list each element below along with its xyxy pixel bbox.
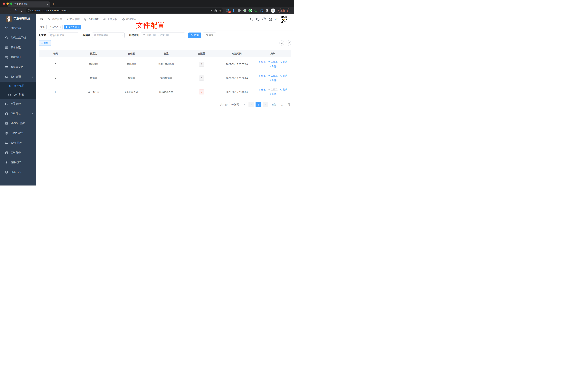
avatar[interactable]: [281, 16, 288, 23]
sidebar-item-form-builder[interactable]: 表单构建: [0, 43, 36, 52]
sidebar-item-system-api[interactable]: 系统接口: [0, 52, 36, 62]
goto-page-input[interactable]: [278, 102, 286, 107]
cell-name: S3 - 七牛云: [73, 90, 115, 94]
sidebar-item-scheduled-tasks[interactable]: 定时任务: [0, 148, 36, 158]
sidebar-item-code-example[interactable]: 代码生成示例: [0, 33, 36, 43]
extension-gem-icon[interactable]: [232, 9, 235, 12]
reload-icon[interactable]: ↻: [13, 8, 18, 13]
search-icon[interactable]: [250, 18, 253, 21]
sidebar-item-label: 文件配置: [14, 84, 24, 88]
extension-y-icon[interactable]: y: [249, 9, 252, 12]
sidebar-item-code-gen[interactable]: </> 代码生成: [0, 23, 36, 33]
nav-payment-management[interactable]: ¥ 支付管理: [64, 14, 82, 24]
page-1-button[interactable]: 1: [255, 102, 261, 107]
window-controls[interactable]: [3, 2, 12, 5]
browser-tab[interactable]: 芋道管理系统 ✕: [8, 1, 50, 7]
avatar-caret-icon[interactable]: ▾: [290, 18, 292, 21]
close-icon[interactable]: ×: [78, 26, 79, 28]
profile-avatar-icon[interactable]: ☺: [271, 9, 275, 13]
nav-statistics[interactable]: 统计报表: [120, 14, 139, 24]
close-window-icon[interactable]: [3, 2, 5, 5]
edit-link[interactable]: 修改: [258, 88, 266, 91]
bookmark-star-icon[interactable]: ☆: [219, 9, 221, 12]
date-range-picker[interactable]: 开始日期 - 结束日期: [141, 32, 185, 38]
set-master-link[interactable]: 主配置: [268, 60, 278, 64]
minimize-window-icon[interactable]: [7, 2, 9, 5]
back-icon[interactable]: ←: [2, 8, 7, 13]
sidebar-item-redis-monitor[interactable]: Redis 监控: [0, 128, 36, 138]
delete-link[interactable]: 删除: [269, 79, 276, 82]
app-logo[interactable]: 芋道管理系统: [0, 14, 36, 23]
new-tab-icon[interactable]: +: [52, 2, 54, 6]
storage-placeholder: 请选择存储器: [94, 34, 108, 37]
next-page-button[interactable]: ›: [262, 102, 268, 107]
tab-title: 芋道管理系统: [14, 3, 45, 6]
extension-puzzle-icon[interactable]: [265, 9, 269, 12]
sidebar-item-mysql-monitor[interactable]: MySQL 监控: [0, 118, 36, 128]
sidebar-item-java-monitor[interactable]: Java 监控: [0, 138, 36, 148]
nav-infrastructure[interactable]: 基础设施: [82, 14, 101, 24]
page-size-select[interactable]: 10条/页 ▾: [229, 102, 247, 107]
share-page-icon[interactable]: [214, 9, 217, 12]
help-icon[interactable]: ?: [262, 18, 266, 21]
add-button[interactable]: + 新增: [39, 40, 51, 46]
edit-link[interactable]: 修改: [258, 60, 266, 64]
extension-clover-icon[interactable]: [237, 9, 241, 12]
sidebar-item-api-log[interactable]: API 日志 ▾: [0, 109, 36, 118]
edit-link[interactable]: 修改: [258, 74, 266, 77]
config-name-input[interactable]: [48, 32, 78, 38]
home-icon[interactable]: ⌂: [19, 8, 24, 13]
test-link[interactable]: 测试: [280, 60, 287, 64]
update-browser-button[interactable]: 更新 ⋮: [278, 8, 290, 13]
test-label: 测试: [283, 88, 287, 91]
prev-page-button[interactable]: ‹: [249, 102, 254, 107]
sidebar-item-log-center[interactable]: 日志中心: [0, 167, 36, 177]
toggle-search-button[interactable]: [279, 41, 284, 45]
menu-dots-icon[interactable]: ⋮: [286, 9, 289, 12]
nav-system-management[interactable]: 系统管理: [45, 14, 64, 24]
password-key-icon[interactable]: [210, 9, 213, 12]
search-label: 搜索: [194, 34, 199, 37]
test-link[interactable]: 测试: [280, 74, 287, 77]
refresh-table-button[interactable]: [286, 41, 291, 45]
font-size-icon[interactable]: TT: [275, 18, 278, 21]
sidebar-item-file-management[interactable]: 文件管理 ▴: [0, 72, 36, 82]
extension-eye-icon[interactable]: [260, 9, 263, 12]
sidebar-item-file-list[interactable]: 文件列表: [0, 90, 36, 99]
cell-created: 2022-03-15 23:56:24: [219, 76, 255, 80]
nav-workflow[interactable]: 工作流程: [101, 14, 120, 24]
url-text[interactable]: 127.0.0.1:1024/infra/file/file-config: [32, 9, 208, 12]
address-bar[interactable]: i 127.0.0.1:1024/infra/file/file-config …: [26, 8, 223, 13]
tab-close-icon[interactable]: ✕: [46, 3, 48, 6]
sidebar-item-config-management[interactable]: 配置管理: [0, 99, 36, 109]
reset-button[interactable]: 重置: [203, 32, 216, 38]
delete-link[interactable]: 删除: [269, 65, 276, 68]
forward-icon[interactable]: →: [8, 8, 13, 13]
delete-link[interactable]: 删除: [269, 93, 276, 96]
extension-tag-manager-icon[interactable]: 11: [226, 9, 230, 12]
add-label: 新增: [44, 41, 48, 45]
tab-profile[interactable]: 个人中心 ×: [48, 25, 63, 30]
date-separator: -: [158, 34, 158, 37]
extension-gray-circle-icon[interactable]: [243, 9, 246, 12]
test-link[interactable]: 测试: [280, 88, 287, 91]
tab-home[interactable]: 首页: [39, 25, 47, 30]
set-master-link[interactable]: 主配置: [268, 74, 278, 77]
sidebar-item-file-config[interactable]: 文件配置: [0, 82, 36, 90]
maximize-window-icon[interactable]: [10, 2, 12, 5]
cell-name: 数据库: [73, 76, 115, 80]
site-info-icon[interactable]: i: [28, 9, 31, 12]
sidebar-item-db-doc[interactable]: 数据库文档: [0, 62, 36, 72]
config-name-field[interactable]: [50, 34, 76, 37]
storage-select[interactable]: 请选择存储器 ▾: [92, 32, 125, 38]
sidebar-item-tracing[interactable]: 链路追踪: [0, 158, 36, 167]
github-icon[interactable]: [256, 17, 260, 21]
extension-star-icon[interactable]: [254, 9, 258, 12]
close-icon[interactable]: ×: [60, 26, 61, 28]
set-master-label: 主配置: [271, 88, 278, 91]
collapse-sidebar-icon[interactable]: [38, 16, 44, 22]
search-button[interactable]: 搜索: [188, 32, 201, 38]
fullscreen-icon[interactable]: [269, 18, 272, 21]
tab-file-config[interactable]: 文件配置 ×: [64, 25, 81, 30]
filter-storage-label: 存储器: [83, 34, 90, 37]
